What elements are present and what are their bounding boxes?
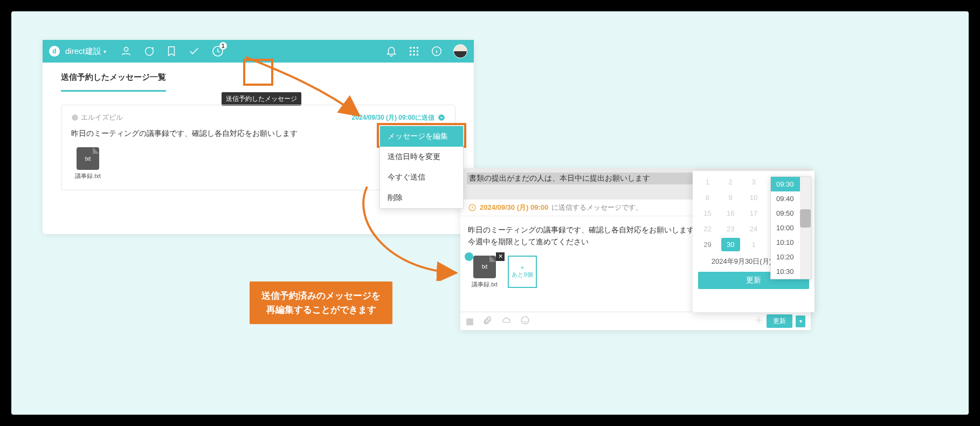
chevron-down-icon: ▾	[103, 49, 106, 54]
apps-icon[interactable]	[408, 45, 420, 57]
calendar-day[interactable]: 29	[698, 238, 717, 251]
dropdown-change-time[interactable]: 送信日時を変更	[380, 147, 463, 167]
scrollbar-thumb[interactable]	[800, 209, 811, 228]
file-icon: txt	[473, 256, 496, 278]
check-icon[interactable]	[188, 45, 200, 57]
calendar-day[interactable]: 1	[744, 238, 763, 251]
calendar-day[interactable]: 22	[698, 222, 717, 236]
scrollbar-track	[800, 177, 811, 279]
chat-name: エルイズビル	[71, 113, 123, 122]
scheduled-count-badge: 1	[219, 42, 227, 50]
update-dropdown-toggle[interactable]: ▾	[796, 315, 805, 327]
svg-point-15	[521, 317, 529, 324]
callout-box: 送信予約済みのメッセージを 再編集することができます	[250, 281, 392, 324]
card-head: エルイズビル 2024/09/30 (月) 09:00に送信	[71, 113, 445, 122]
scheduled-time-text: 2024/09/30 (月) 09:00に送信	[352, 113, 434, 122]
remove-icon[interactable]: ✕	[496, 252, 505, 261]
svg-point-5	[410, 50, 412, 52]
dropdown-send-now[interactable]: 今すぐ送信	[380, 167, 463, 188]
calendar-day[interactable]: 10	[744, 191, 763, 204]
svg-point-0	[124, 47, 128, 51]
calendar-day[interactable]: 16	[721, 207, 740, 220]
brand-name[interactable]: direct建設 ▾	[65, 46, 106, 57]
svg-point-4	[417, 47, 419, 49]
bookmark-icon[interactable]	[165, 45, 177, 57]
calendar-day[interactable]: 2	[721, 175, 740, 189]
file-icon: txt	[77, 147, 99, 170]
list-title: 送信予約したメッセージ一覧	[61, 72, 166, 92]
scheduled-tooltip: 送信予約したメッセージ	[222, 92, 301, 106]
callout-line2: 再編集することができます	[261, 303, 381, 317]
scheduled-time-pill[interactable]: 2024/09/30 (月) 09:00に送信	[352, 113, 445, 122]
dropdown-delete[interactable]: 削除	[380, 188, 463, 208]
grid-icon[interactable]: ▦	[466, 316, 474, 326]
check-icon	[465, 252, 473, 261]
panel1-content: 送信予約したメッセージ一覧 エルイズビル 2024/09/30 (月) 09:0…	[43, 63, 474, 200]
file-name: 議事録.txt	[71, 172, 105, 180]
cloud-icon[interactable]	[501, 316, 512, 327]
scheduled-messages-icon[interactable]: 1	[211, 44, 225, 58]
bell-icon[interactable]	[385, 45, 397, 57]
callout-line1: 送信予約済みのメッセージを	[261, 289, 381, 303]
file-attachment[interactable]: txt 議事録.txt	[71, 147, 105, 180]
calendar-day[interactable]: 23	[721, 222, 740, 236]
update-button[interactable]: 更新	[767, 314, 792, 328]
add-more-label: あと9個	[512, 271, 533, 279]
svg-point-2	[410, 47, 412, 49]
attachment-tile[interactable]: ✕ txt 議事録.txt	[468, 256, 501, 288]
banner-datetime: 2024/09/30 (月) 09:00	[480, 203, 548, 212]
calendar-day[interactable]: 17	[744, 207, 763, 220]
svg-point-13	[438, 114, 445, 121]
svg-point-16	[758, 319, 760, 321]
scheduled-message-card: エルイズビル 2024/09/30 (月) 09:00に送信 昨日のミーティング…	[61, 105, 456, 190]
calendar-day[interactable]: 8	[698, 191, 717, 204]
chat-name-text: エルイズビル	[81, 113, 123, 122]
app-header: d direct建設 ▾ 1	[43, 40, 474, 63]
svg-point-6	[413, 50, 415, 52]
svg-point-7	[417, 50, 419, 52]
svg-point-3	[413, 47, 415, 49]
svg-point-9	[413, 54, 415, 56]
svg-point-12	[72, 114, 78, 121]
contacts-icon[interactable]	[120, 45, 132, 57]
brand-badge: d	[49, 46, 60, 57]
calendar-day[interactable]: 30	[721, 238, 740, 251]
time-dropdown: 09:3009:4009:5010:0010:1010:2010:30	[770, 176, 811, 279]
canvas: d direct建設 ▾ 1	[11, 11, 969, 415]
header-icons-right	[385, 44, 467, 58]
banner-rest: に送信するメッセージです。	[551, 203, 643, 212]
message-action-dropdown: メッセージを編集 送信日時を変更 今すぐ送信 削除	[379, 126, 464, 209]
dropdown-edit-message[interactable]: メッセージを編集	[380, 126, 463, 147]
plus-icon: +	[521, 264, 524, 271]
toolbar-right: 更新 ▾	[755, 314, 805, 328]
selected-date-text: 2024年9月30日(月)	[712, 257, 771, 266]
calendar-day[interactable]: 15	[698, 207, 717, 220]
svg-point-10	[417, 54, 419, 56]
editor-toolbar: ▦ 更新 ▾	[460, 312, 811, 330]
emoji-icon[interactable]	[520, 315, 530, 327]
chat-icon[interactable]	[143, 45, 155, 57]
calendar-day[interactable]: 24	[744, 222, 763, 236]
clock-icon	[468, 203, 477, 212]
brand-text: direct建設	[65, 46, 101, 57]
calendar-day[interactable]: 3	[744, 175, 763, 189]
attach-icon[interactable]	[482, 315, 492, 327]
calendar-day[interactable]: 1	[698, 175, 717, 189]
add-attachment-button[interactable]: + あと9個	[508, 256, 537, 288]
file-name: 議事録.txt	[468, 280, 501, 288]
scheduled-list-panel: d direct建設 ▾ 1	[43, 40, 474, 234]
user-avatar[interactable]	[453, 44, 467, 58]
info-icon[interactable]	[431, 45, 443, 57]
calendar-day[interactable]: 9	[721, 191, 740, 204]
svg-point-8	[410, 54, 412, 56]
header-icons-left: 1	[120, 44, 225, 58]
gear-icon[interactable]	[755, 316, 763, 327]
